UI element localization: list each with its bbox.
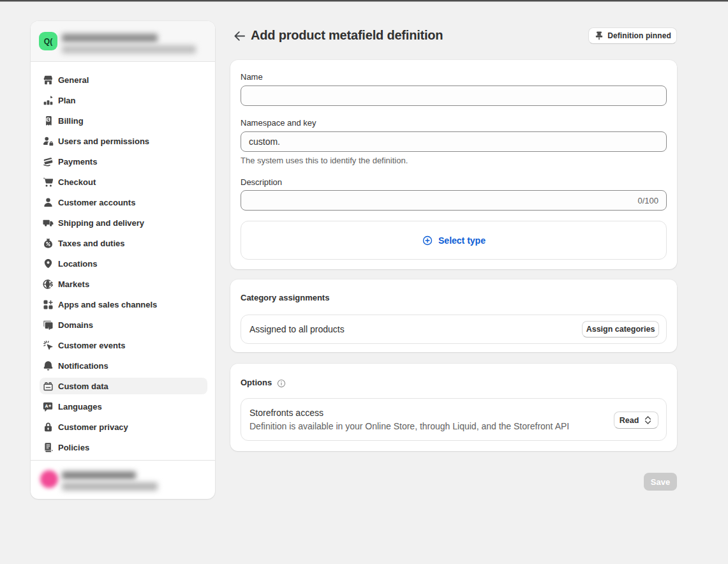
svg-text:A: A — [45, 403, 48, 408]
